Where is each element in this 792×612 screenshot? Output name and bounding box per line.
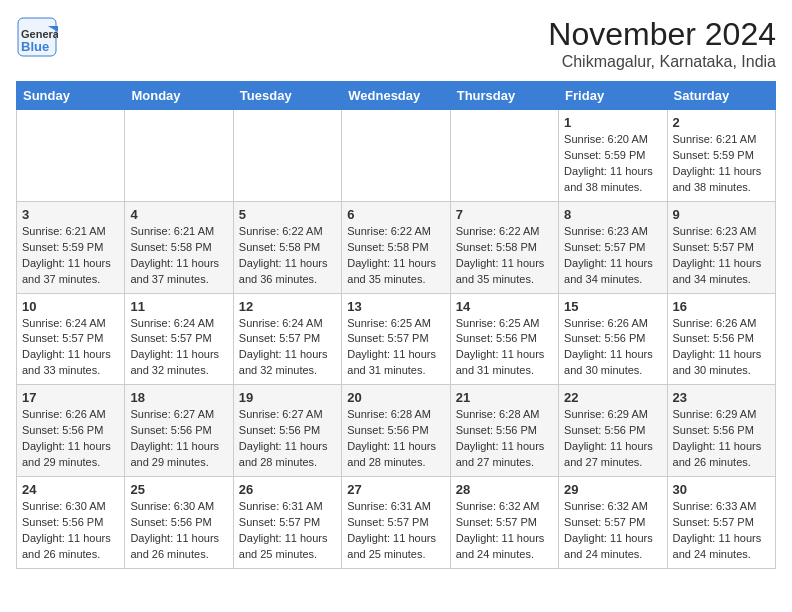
day-cell: 20Sunrise: 6:28 AM Sunset: 5:56 PM Dayli… — [342, 385, 450, 477]
day-cell: 28Sunrise: 6:32 AM Sunset: 5:57 PM Dayli… — [450, 477, 558, 569]
day-number: 19 — [239, 390, 336, 405]
day-cell: 19Sunrise: 6:27 AM Sunset: 5:56 PM Dayli… — [233, 385, 341, 477]
day-number: 5 — [239, 207, 336, 222]
day-info: Sunrise: 6:23 AM Sunset: 5:57 PM Dayligh… — [564, 224, 661, 288]
day-info: Sunrise: 6:21 AM Sunset: 5:58 PM Dayligh… — [130, 224, 227, 288]
day-info: Sunrise: 6:25 AM Sunset: 5:56 PM Dayligh… — [456, 316, 553, 380]
day-cell: 21Sunrise: 6:28 AM Sunset: 5:56 PM Dayli… — [450, 385, 558, 477]
day-number: 29 — [564, 482, 661, 497]
col-header-wednesday: Wednesday — [342, 82, 450, 110]
day-number: 13 — [347, 299, 444, 314]
day-info: Sunrise: 6:32 AM Sunset: 5:57 PM Dayligh… — [456, 499, 553, 563]
day-info: Sunrise: 6:29 AM Sunset: 5:56 PM Dayligh… — [673, 407, 770, 471]
day-info: Sunrise: 6:20 AM Sunset: 5:59 PM Dayligh… — [564, 132, 661, 196]
day-info: Sunrise: 6:24 AM Sunset: 5:57 PM Dayligh… — [239, 316, 336, 380]
day-number: 24 — [22, 482, 119, 497]
day-number: 10 — [22, 299, 119, 314]
day-number: 21 — [456, 390, 553, 405]
col-header-monday: Monday — [125, 82, 233, 110]
day-info: Sunrise: 6:28 AM Sunset: 5:56 PM Dayligh… — [347, 407, 444, 471]
title-block: November 2024 Chikmagalur, Karnataka, In… — [548, 16, 776, 71]
week-row: 10Sunrise: 6:24 AM Sunset: 5:57 PM Dayli… — [17, 293, 776, 385]
day-number: 28 — [456, 482, 553, 497]
logo-icon: General Blue — [16, 16, 58, 58]
day-cell: 6Sunrise: 6:22 AM Sunset: 5:58 PM Daylig… — [342, 201, 450, 293]
day-cell: 25Sunrise: 6:30 AM Sunset: 5:56 PM Dayli… — [125, 477, 233, 569]
calendar-table: SundayMondayTuesdayWednesdayThursdayFrid… — [16, 81, 776, 569]
page-header: General Blue November 2024 Chikmagalur, … — [16, 16, 776, 71]
day-cell: 3Sunrise: 6:21 AM Sunset: 5:59 PM Daylig… — [17, 201, 125, 293]
day-number: 2 — [673, 115, 770, 130]
col-header-sunday: Sunday — [17, 82, 125, 110]
day-info: Sunrise: 6:22 AM Sunset: 5:58 PM Dayligh… — [456, 224, 553, 288]
day-cell — [125, 110, 233, 202]
day-info: Sunrise: 6:23 AM Sunset: 5:57 PM Dayligh… — [673, 224, 770, 288]
day-info: Sunrise: 6:26 AM Sunset: 5:56 PM Dayligh… — [22, 407, 119, 471]
day-number: 6 — [347, 207, 444, 222]
day-cell: 10Sunrise: 6:24 AM Sunset: 5:57 PM Dayli… — [17, 293, 125, 385]
col-header-thursday: Thursday — [450, 82, 558, 110]
day-number: 12 — [239, 299, 336, 314]
day-info: Sunrise: 6:32 AM Sunset: 5:57 PM Dayligh… — [564, 499, 661, 563]
day-number: 17 — [22, 390, 119, 405]
day-number: 7 — [456, 207, 553, 222]
day-info: Sunrise: 6:28 AM Sunset: 5:56 PM Dayligh… — [456, 407, 553, 471]
day-number: 3 — [22, 207, 119, 222]
day-info: Sunrise: 6:26 AM Sunset: 5:56 PM Dayligh… — [564, 316, 661, 380]
day-cell: 17Sunrise: 6:26 AM Sunset: 5:56 PM Dayli… — [17, 385, 125, 477]
col-header-saturday: Saturday — [667, 82, 775, 110]
day-number: 23 — [673, 390, 770, 405]
day-cell: 15Sunrise: 6:26 AM Sunset: 5:56 PM Dayli… — [559, 293, 667, 385]
location-title: Chikmagalur, Karnataka, India — [548, 53, 776, 71]
day-number: 15 — [564, 299, 661, 314]
day-number: 9 — [673, 207, 770, 222]
day-cell: 16Sunrise: 6:26 AM Sunset: 5:56 PM Dayli… — [667, 293, 775, 385]
col-header-tuesday: Tuesday — [233, 82, 341, 110]
day-number: 8 — [564, 207, 661, 222]
day-info: Sunrise: 6:26 AM Sunset: 5:56 PM Dayligh… — [673, 316, 770, 380]
day-info: Sunrise: 6:30 AM Sunset: 5:56 PM Dayligh… — [130, 499, 227, 563]
day-cell: 2Sunrise: 6:21 AM Sunset: 5:59 PM Daylig… — [667, 110, 775, 202]
day-info: Sunrise: 6:29 AM Sunset: 5:56 PM Dayligh… — [564, 407, 661, 471]
day-number: 16 — [673, 299, 770, 314]
day-cell: 29Sunrise: 6:32 AM Sunset: 5:57 PM Dayli… — [559, 477, 667, 569]
col-header-friday: Friday — [559, 82, 667, 110]
day-info: Sunrise: 6:25 AM Sunset: 5:57 PM Dayligh… — [347, 316, 444, 380]
day-number: 11 — [130, 299, 227, 314]
week-row: 1Sunrise: 6:20 AM Sunset: 5:59 PM Daylig… — [17, 110, 776, 202]
day-number: 20 — [347, 390, 444, 405]
day-info: Sunrise: 6:22 AM Sunset: 5:58 PM Dayligh… — [239, 224, 336, 288]
day-cell: 13Sunrise: 6:25 AM Sunset: 5:57 PM Dayli… — [342, 293, 450, 385]
day-number: 25 — [130, 482, 227, 497]
day-number: 18 — [130, 390, 227, 405]
day-cell: 4Sunrise: 6:21 AM Sunset: 5:58 PM Daylig… — [125, 201, 233, 293]
day-cell: 27Sunrise: 6:31 AM Sunset: 5:57 PM Dayli… — [342, 477, 450, 569]
day-cell: 26Sunrise: 6:31 AM Sunset: 5:57 PM Dayli… — [233, 477, 341, 569]
day-number: 4 — [130, 207, 227, 222]
day-cell — [17, 110, 125, 202]
day-number: 27 — [347, 482, 444, 497]
day-info: Sunrise: 6:21 AM Sunset: 5:59 PM Dayligh… — [22, 224, 119, 288]
day-cell: 11Sunrise: 6:24 AM Sunset: 5:57 PM Dayli… — [125, 293, 233, 385]
day-cell — [450, 110, 558, 202]
day-number: 1 — [564, 115, 661, 130]
week-row: 17Sunrise: 6:26 AM Sunset: 5:56 PM Dayli… — [17, 385, 776, 477]
day-cell — [233, 110, 341, 202]
day-cell: 30Sunrise: 6:33 AM Sunset: 5:57 PM Dayli… — [667, 477, 775, 569]
day-info: Sunrise: 6:24 AM Sunset: 5:57 PM Dayligh… — [130, 316, 227, 380]
day-info: Sunrise: 6:33 AM Sunset: 5:57 PM Dayligh… — [673, 499, 770, 563]
day-cell — [342, 110, 450, 202]
day-info: Sunrise: 6:30 AM Sunset: 5:56 PM Dayligh… — [22, 499, 119, 563]
day-cell: 24Sunrise: 6:30 AM Sunset: 5:56 PM Dayli… — [17, 477, 125, 569]
day-cell: 14Sunrise: 6:25 AM Sunset: 5:56 PM Dayli… — [450, 293, 558, 385]
day-cell: 23Sunrise: 6:29 AM Sunset: 5:56 PM Dayli… — [667, 385, 775, 477]
day-info: Sunrise: 6:24 AM Sunset: 5:57 PM Dayligh… — [22, 316, 119, 380]
day-cell: 1Sunrise: 6:20 AM Sunset: 5:59 PM Daylig… — [559, 110, 667, 202]
week-row: 3Sunrise: 6:21 AM Sunset: 5:59 PM Daylig… — [17, 201, 776, 293]
day-info: Sunrise: 6:31 AM Sunset: 5:57 PM Dayligh… — [239, 499, 336, 563]
day-info: Sunrise: 6:27 AM Sunset: 5:56 PM Dayligh… — [130, 407, 227, 471]
day-info: Sunrise: 6:21 AM Sunset: 5:59 PM Dayligh… — [673, 132, 770, 196]
logo: General Blue — [16, 16, 58, 58]
day-info: Sunrise: 6:22 AM Sunset: 5:58 PM Dayligh… — [347, 224, 444, 288]
day-number: 14 — [456, 299, 553, 314]
